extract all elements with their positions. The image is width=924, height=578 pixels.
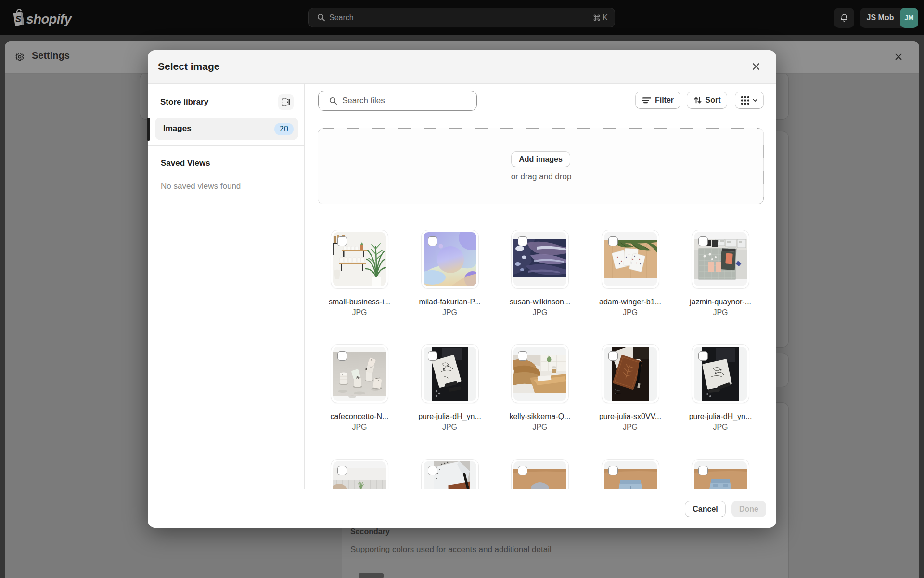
svg-text:shopify: shopify	[26, 12, 73, 26]
svg-text:S: S	[15, 14, 21, 24]
